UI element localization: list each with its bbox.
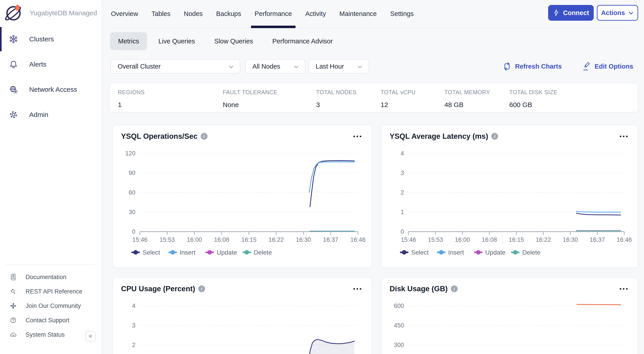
svg-text:Update: Update: [485, 249, 506, 256]
svg-text:3: 3: [400, 169, 404, 176]
time-range-select-value: Last Hour: [316, 63, 357, 70]
stat-value: 48 GB: [444, 101, 509, 109]
sidebar-footer-item-label: REST API Reference: [26, 288, 82, 295]
chevron-down-icon: [293, 64, 299, 70]
subtab-metrics[interactable]: Metrics: [110, 32, 147, 50]
chart-card-cpu-usage-percent-: CPU Usage (Percent)i•••0123415:4615:5316…: [112, 277, 372, 354]
svg-text:16:00: 16:00: [455, 236, 470, 243]
svg-text:16:46: 16:46: [616, 236, 632, 243]
refresh-charts-label: Refresh Charts: [515, 63, 562, 70]
sidebar-footer-item-join-our-community[interactable]: Join Our Community: [0, 299, 102, 313]
subtab-slow-queries[interactable]: Slow Queries: [206, 32, 261, 50]
sidebar-item-label: Alerts: [29, 61, 46, 68]
cluster-icon: [9, 35, 18, 44]
yugabytedb-logo-icon: [3, 3, 24, 23]
sidebar-item-admin[interactable]: Admin: [0, 102, 102, 127]
info-icon[interactable]: i: [491, 133, 498, 140]
sidebar-footer-item-contact-support[interactable]: Contact Support: [0, 313, 102, 327]
stat-regions: REGIONS1: [118, 89, 223, 112]
tab-tables[interactable]: Tables: [151, 0, 171, 28]
connect-button[interactable]: Connect: [548, 5, 594, 21]
svg-text:60: 60: [129, 189, 136, 196]
svg-text:16:30: 16:30: [563, 236, 578, 243]
svg-text:30: 30: [129, 209, 136, 216]
top-buttons: Connect Actions: [548, 5, 638, 21]
svg-text:16:30: 16:30: [296, 236, 311, 243]
sidebar-item-alerts[interactable]: Alerts: [0, 52, 102, 77]
sidebar-footer-item-documentation[interactable]: Documentation: [0, 270, 102, 284]
subtab-performance-advisor[interactable]: Performance Advisor: [264, 32, 341, 50]
svg-text:0: 0: [132, 228, 136, 235]
svg-text:90: 90: [129, 169, 136, 176]
edit-options-link[interactable]: Edit Options: [582, 62, 633, 71]
tab-backups[interactable]: Backups: [215, 0, 242, 28]
svg-text:600: 600: [394, 302, 404, 309]
sidebar-item-clusters[interactable]: Clusters: [0, 27, 102, 52]
stat-value: 12: [380, 101, 444, 109]
refresh-charts-link[interactable]: Refresh Charts: [502, 62, 562, 71]
chart-card-disk-usage-gb-: Disk Usage (GB)i•••015030045060015:4615:…: [381, 277, 638, 354]
chart-menu-ellipsis[interactable]: •••: [353, 135, 363, 137]
stat-label: FAULT TOLERANCE: [223, 89, 316, 96]
tab-activity[interactable]: Activity: [304, 0, 327, 28]
svg-text:Insert: Insert: [448, 249, 464, 256]
chart-title: Disk Usage (GB): [390, 284, 448, 293]
svg-text:16:22: 16:22: [268, 236, 284, 243]
connect-label: Connect: [563, 9, 589, 17]
svg-text:15:53: 15:53: [160, 236, 175, 243]
sidebar-divider: [6, 264, 95, 265]
stat-value: 1: [118, 101, 223, 109]
tab-overview[interactable]: Overview: [110, 0, 139, 28]
svg-text:3: 3: [132, 322, 136, 329]
svg-text:16:08: 16:08: [214, 236, 229, 243]
cluster-select[interactable]: Overall Cluster: [110, 59, 240, 74]
svg-text:2: 2: [132, 342, 136, 348]
sidebar-footer-item-label: Join Our Community: [26, 302, 81, 309]
chart-menu-ellipsis[interactable]: •••: [620, 288, 629, 290]
svg-text:16:46: 16:46: [350, 236, 366, 243]
chart-header: CPU Usage (Percent)i•••: [113, 278, 372, 293]
chart-card-ysql-average-latency-ms-: YSQL Average Latency (ms)i•••0123415:461…: [381, 125, 638, 268]
chevron-down-icon: [228, 64, 234, 70]
chart-header: YSQL Average Latency (ms)i•••: [382, 125, 638, 140]
svg-text:15:53: 15:53: [428, 236, 443, 243]
time-range-select[interactable]: Last Hour: [308, 59, 369, 74]
charts-grid: YSQL Operations/Seci•••030609012015:4615…: [112, 125, 644, 354]
globe-gear-icon: [9, 85, 18, 94]
sidebar-footer-item-rest-api-reference[interactable]: REST API Reference: [0, 284, 102, 299]
svg-text:450: 450: [394, 322, 404, 329]
svg-text:0: 0: [400, 228, 404, 235]
chart-menu-ellipsis[interactable]: •••: [620, 135, 629, 137]
sidebar-item-label: Admin: [29, 111, 48, 118]
tab-settings[interactable]: Settings: [389, 0, 415, 28]
cluster-select-value: Overall Cluster: [118, 63, 228, 70]
chart-menu-ellipsis[interactable]: •••: [353, 288, 363, 290]
sidebar-collapse-button[interactable]: «: [85, 331, 96, 341]
svg-text:4: 4: [400, 150, 404, 157]
actions-button[interactable]: Actions: [597, 5, 638, 21]
stat-total-memory: TOTAL MEMORY48 GB: [444, 89, 509, 112]
chart-title: YSQL Operations/Sec: [121, 132, 198, 140]
subtab-live-queries[interactable]: Live Queries: [150, 32, 203, 50]
stat-value: None: [223, 101, 316, 109]
tab-maintenance[interactable]: Maintenance: [338, 0, 378, 28]
info-icon[interactable]: i: [198, 285, 205, 292]
nodes-select[interactable]: All Nodes: [245, 59, 306, 74]
chart-title: YSQL Average Latency (ms): [390, 132, 488, 140]
svg-text:16:00: 16:00: [187, 236, 202, 243]
svg-text:16:15: 16:15: [242, 236, 257, 243]
sidebar-item-network-access[interactable]: Network Access: [0, 77, 102, 102]
info-icon[interactable]: i: [201, 133, 208, 140]
sidebar-item-label: Clusters: [29, 35, 54, 43]
stat-total-vcpu: TOTAL vCPU12: [380, 89, 444, 112]
stat-label: TOTAL MEMORY: [444, 89, 509, 96]
chart-header: YSQL Operations/Seci•••: [113, 125, 372, 140]
info-icon[interactable]: i: [451, 285, 458, 292]
tab-performance[interactable]: Performance: [254, 0, 293, 28]
svg-text:16:37: 16:37: [590, 236, 605, 243]
cloud-icon: [10, 331, 17, 338]
chart-header: Disk Usage (GB)i•••: [382, 278, 638, 293]
sidebar-footer-item-label: Contact Support: [26, 317, 70, 324]
tab-nodes[interactable]: Nodes: [183, 0, 204, 28]
stat-label: TOTAL DISK SIZE: [509, 89, 577, 96]
